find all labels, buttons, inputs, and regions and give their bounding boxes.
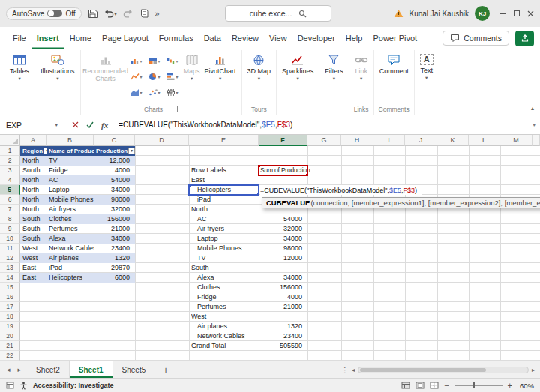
column-header-A[interactable]: A [20, 135, 46, 146]
column-header-C[interactable]: C [94, 135, 135, 146]
ribbon-tab-review[interactable]: Review [226, 27, 264, 49]
row-header-17[interactable]: 17 [0, 302, 20, 312]
row-header-12[interactable]: 12 [0, 253, 20, 263]
cell-F16[interactable]: 4000 [259, 292, 308, 302]
cell-B11[interactable]: Network Cables [46, 244, 94, 253]
row-header-21[interactable]: 21 [0, 341, 20, 351]
sheet-tab-sheet1[interactable]: Sheet1 [70, 361, 113, 378]
ribbon-tab-file[interactable]: File [8, 27, 32, 49]
column-header-G[interactable]: G [308, 135, 341, 146]
cell-F20[interactable]: 23400 [259, 331, 308, 341]
row-header-5[interactable]: 5 [0, 185, 20, 195]
insert-line-chart-button[interactable]: ▾ [128, 69, 146, 85]
cell-E12[interactable]: TV [189, 253, 259, 263]
cancel-icon[interactable] [72, 121, 79, 128]
cell-E8[interactable]: AC [189, 214, 259, 224]
macro-record-icon[interactable] [6, 382, 14, 389]
cell-F17[interactable]: 21000 [259, 302, 308, 312]
toggle-switch-icon[interactable] [47, 10, 62, 17]
row-header-18[interactable]: 18 [0, 312, 20, 322]
insert-pie-chart-button[interactable]: ▾ [146, 69, 164, 85]
share-button[interactable] [515, 31, 534, 46]
cell-C3[interactable]: 4000 [94, 166, 135, 175]
link-button[interactable]: Link ▾ [352, 50, 370, 82]
cell-C10[interactable]: 34000 [94, 234, 135, 244]
autosave-toggle[interactable]: AutoSave Off [6, 7, 82, 20]
cell-E10[interactable]: Laptop [189, 234, 259, 244]
restore-button[interactable] [514, 10, 520, 16]
cell-A10[interactable]: South [20, 234, 46, 244]
cell-F19[interactable]: 1320 [259, 322, 308, 331]
name-box[interactable]: EXP ▾ [0, 115, 64, 134]
cell-C11[interactable]: 23400 [94, 244, 135, 253]
cell-A13[interactable]: East [20, 263, 46, 273]
column-header-M[interactable]: M [500, 135, 532, 146]
cell-A2[interactable]: North [20, 156, 46, 166]
comment-button[interactable]: Comment [377, 50, 411, 75]
cell-B10[interactable]: Alexa [46, 234, 94, 244]
cell-F14[interactable]: 34000 [259, 273, 308, 283]
cell-F15[interactable]: 156000 [259, 283, 308, 292]
row-header-16[interactable]: 16 [0, 292, 20, 302]
comments-button[interactable]: Comments [442, 31, 509, 46]
cell-B6[interactable]: Mobile Phones [46, 195, 94, 205]
save-icon[interactable] [88, 9, 98, 19]
cell-A4[interactable]: North [20, 175, 46, 185]
cell-B3[interactable]: Fridge [46, 166, 94, 175]
cell-C2[interactable]: 12,000 [94, 156, 135, 166]
insert-waterfall-chart-button[interactable]: ▾ [164, 53, 182, 69]
cell-C8[interactable]: 156000 [94, 214, 135, 224]
cell-A7[interactable]: North [20, 205, 46, 214]
collapse-formula-bar-icon[interactable]: ▾ [532, 122, 536, 128]
cell-C13[interactable]: 29870 [94, 263, 135, 273]
sheet-nav-left-icon[interactable]: ◂ [3, 366, 14, 373]
cell-B13[interactable]: iPad [46, 263, 94, 273]
cell-B12[interactable]: Air planes [46, 253, 94, 263]
ribbon-tab-data[interactable]: Data [199, 27, 226, 49]
cell-F12[interactable]: 12000 [259, 253, 308, 263]
cell-C5[interactable]: 34000 [94, 185, 135, 195]
scrollbar-thumb[interactable] [360, 368, 486, 372]
scroll-right-icon[interactable]: ▸ [532, 367, 535, 373]
cell-A6[interactable]: North [20, 195, 46, 205]
horizontal-scrollbar[interactable] [358, 367, 529, 373]
normal-view-icon[interactable] [401, 382, 410, 389]
cell-E14[interactable]: Alexa [189, 273, 259, 283]
ribbon-tab-view[interactable]: View [264, 27, 292, 49]
row-header-22[interactable]: 22 [0, 351, 20, 361]
cell-E20[interactable]: Network Cables [189, 331, 259, 341]
cell-E15[interactable]: Clothes [189, 283, 259, 292]
ribbon-tab-insert[interactable]: Insert [32, 27, 64, 49]
zoom-slider[interactable] [454, 385, 502, 386]
avatar[interactable]: KJ [475, 6, 490, 21]
column-header-I[interactable]: I [374, 135, 405, 146]
ribbon-tab-home[interactable]: Home [64, 27, 97, 49]
header-cell-production[interactable]: Production▾ [94, 146, 135, 156]
cell-C7[interactable]: 32000 [94, 205, 135, 214]
minimize-button[interactable] [500, 13, 506, 14]
row-header-13[interactable]: 13 [0, 263, 20, 273]
row-header-14[interactable]: 14 [0, 273, 20, 283]
cell-E6[interactable]: iPad [189, 195, 259, 205]
chevron-down-icon[interactable]: ▾ [115, 11, 117, 16]
insert-function-icon[interactable]: fx [101, 121, 108, 130]
column-header-extra[interactable] [532, 135, 540, 146]
row-header-6[interactable]: 6 [0, 195, 20, 205]
row-header-4[interactable]: 4 [0, 175, 20, 185]
3d-map-button[interactable]: 3D Map ▾ [245, 50, 274, 82]
worksheet[interactable]: ABCDEFGHIJKLM123456789101112131415161718… [0, 135, 540, 361]
column-header-H[interactable]: H [341, 135, 374, 146]
pivotchart-button[interactable]: PivotChart ▾ [202, 50, 238, 82]
cell-E11[interactable]: Mobile Phones [189, 244, 259, 253]
cell-F21[interactable]: 505590 [259, 341, 308, 351]
cell-E5[interactable]: Helicopters [189, 185, 259, 195]
insert-bar-chart-button[interactable]: ▾ [164, 69, 182, 85]
row-header-1[interactable]: 1 [0, 146, 20, 156]
cell-B8[interactable]: Clothes [46, 214, 94, 224]
scroll-left-icon[interactable]: ◂ [352, 367, 355, 373]
cell-E19[interactable]: Air planes [189, 322, 259, 331]
cell-C12[interactable]: 1320 [94, 253, 135, 263]
cell-E17[interactable]: Perfumes [189, 302, 259, 312]
cell-A12[interactable]: West [20, 253, 46, 263]
cell-E7[interactable]: North [189, 205, 259, 214]
